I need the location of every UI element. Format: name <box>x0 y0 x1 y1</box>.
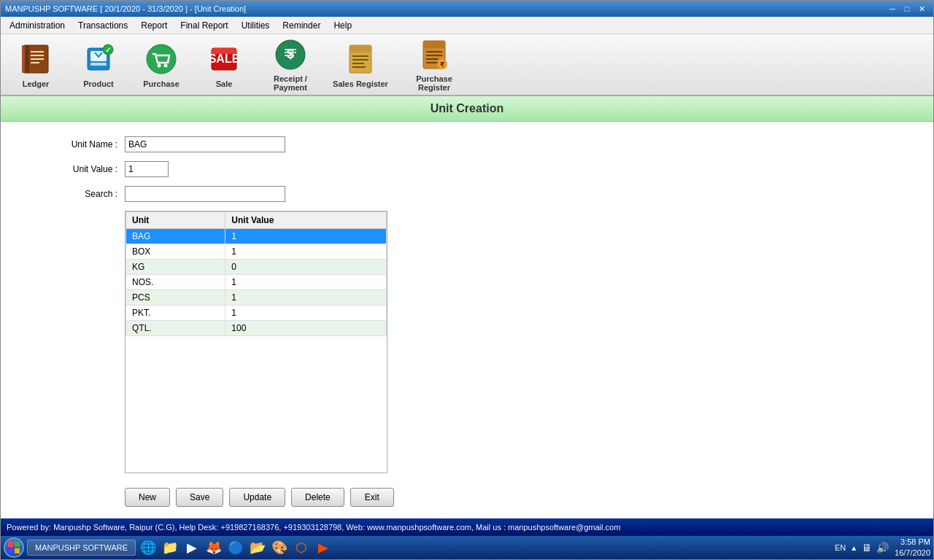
table-row[interactable]: BAG1 <box>126 229 387 244</box>
form-area: Unit Name : Unit Value : Search : Unit <box>1 122 933 518</box>
page-title: Unit Creation <box>431 102 503 114</box>
purchase-register-icon: ₹ <box>417 38 452 71</box>
taskbar-git-icon[interactable]: ⬡ <box>292 538 311 557</box>
taskbar-media-icon[interactable]: ▶ <box>182 538 201 557</box>
menu-reminder[interactable]: Reminder <box>277 18 326 33</box>
unit-value-row: Unit Value : <box>30 161 904 177</box>
unit-cell: PCS <box>126 290 225 306</box>
sales-register-label: Sales Register <box>333 79 388 88</box>
new-button[interactable]: New <box>125 488 170 507</box>
toolbar-purchase-button[interactable]: Purchase <box>132 37 190 92</box>
svg-rect-22 <box>352 55 368 57</box>
table-row[interactable]: BOX1 <box>126 244 387 260</box>
menu-transactions[interactable]: Transactions <box>72 18 134 33</box>
minimize-button[interactable]: ─ <box>886 3 899 15</box>
svg-rect-27 <box>423 41 445 48</box>
toolbar-sale-button[interactable]: SALE Sale <box>195 37 253 92</box>
taskbar-mp-icon[interactable]: ▶ <box>314 538 333 557</box>
unit-value-input[interactable] <box>125 161 169 177</box>
title-bar: MANPUSHP SOFTWARE [ 20/1/2020 - 31/3/202… <box>1 1 933 17</box>
unit-value-cell: 1 <box>225 244 387 260</box>
unit-cell: NOS. <box>126 275 225 290</box>
search-label: Search : <box>30 189 117 199</box>
maximize-button[interactable]: □ <box>900 3 914 15</box>
svg-rect-37 <box>15 548 20 553</box>
table-row[interactable]: QTL.100 <box>126 321 387 336</box>
taskbar-app-label: MANPUSHP SOFTWARE <box>35 543 128 552</box>
svg-rect-35 <box>15 542 20 547</box>
unit-cell: BAG <box>126 229 225 244</box>
product-label: Product <box>83 79 114 88</box>
taskbar-app-button[interactable]: MANPUSHP SOFTWARE <box>27 540 136 556</box>
taskbar-paint-icon[interactable]: 🎨 <box>270 538 289 557</box>
svg-rect-6 <box>22 45 25 73</box>
toolbar-ledger-button[interactable]: Ledger <box>7 37 65 92</box>
menu-report[interactable]: Report <box>135 18 173 33</box>
svg-rect-30 <box>426 58 438 60</box>
unit-name-input[interactable] <box>125 136 285 152</box>
update-button[interactable]: Update <box>229 488 285 507</box>
table-body: BAG1BOX1KG0NOS.1PCS1PKT.1QTL.100 <box>126 229 387 336</box>
menu-utilities[interactable]: Utilities <box>236 18 276 33</box>
svg-rect-5 <box>31 62 39 63</box>
toolbar-product-button[interactable]: ✓ Product <box>69 37 128 92</box>
svg-point-13 <box>158 63 161 67</box>
unit-value-cell: 1 <box>225 290 387 306</box>
unit-value-cell: 1 <box>225 229 387 244</box>
toolbar-sales-register-button[interactable]: Sales Register <box>328 37 393 92</box>
product-icon: ✓ <box>81 42 116 77</box>
system-tray: EN ▲ 🖥 🔊 <box>835 542 889 553</box>
sale-label: Sale <box>216 79 233 88</box>
toolbar-purchase-register-button[interactable]: ₹ Purchase Register <box>398 37 471 92</box>
menu-help[interactable]: Help <box>328 18 358 33</box>
clock: 3:58 PM 16/7/2020 <box>895 537 930 559</box>
unit-name-row: Unit Name : <box>30 136 904 152</box>
close-button[interactable]: ✕ <box>915 3 929 15</box>
delete-button[interactable]: Delete <box>291 488 344 507</box>
save-button[interactable]: Save <box>176 488 223 507</box>
menu-administration[interactable]: Administration <box>4 18 71 33</box>
unit-table: Unit Unit Value BAG1BOX1KG0NOS.1PCS1PKT.… <box>126 211 387 336</box>
toolbar-receipt-button[interactable]: $ Receipt / Payment <box>258 37 323 92</box>
exit-button[interactable]: Exit <box>350 488 394 507</box>
svg-rect-17 <box>212 48 236 54</box>
purchase-label: Purchase <box>143 79 180 88</box>
svg-rect-21 <box>350 45 371 52</box>
taskbar-chrome-icon[interactable]: 🔵 <box>226 538 245 557</box>
page-title-bar: Unit Creation <box>1 96 933 122</box>
svg-rect-4 <box>31 58 44 60</box>
svg-rect-28 <box>426 51 442 52</box>
svg-text:₹: ₹ <box>440 61 444 69</box>
svg-text:$: $ <box>287 47 294 61</box>
tray-monitor-icon: 🖥 <box>862 542 872 553</box>
purchase-icon <box>144 42 179 77</box>
menu-final-report[interactable]: Final Report <box>174 18 234 33</box>
unit-value-label: Unit Value : <box>30 164 117 174</box>
start-button[interactable] <box>4 537 24 558</box>
ledger-label: Ledger <box>23 79 50 88</box>
svg-text:SALE: SALE <box>209 52 240 65</box>
taskbar-ie-icon[interactable]: 🌐 <box>139 538 158 557</box>
tray-arrow-icon[interactable]: ▲ <box>850 544 857 552</box>
menu-bar: Administration Transactions Report Final… <box>1 17 933 34</box>
taskbar-firefox-icon[interactable]: 🦊 <box>204 538 223 557</box>
unit-cell: QTL. <box>126 321 225 336</box>
taskbar-files-icon[interactable]: 📂 <box>248 538 267 557</box>
sale-icon: SALE <box>207 42 242 77</box>
unit-cell: KG <box>126 260 225 275</box>
table-row[interactable]: KG0 <box>126 260 387 275</box>
table-row[interactable]: PKT.1 <box>126 306 387 321</box>
clock-time: 3:58 PM <box>895 537 930 548</box>
table-header-row: Unit Unit Value <box>126 212 387 229</box>
svg-point-12 <box>147 44 176 74</box>
status-bar: Powered by: Manpushp Software, Raipur (C… <box>1 518 933 536</box>
table-row[interactable]: PCS1 <box>126 290 387 306</box>
toolbar: Ledger ✓ Product <box>1 34 933 96</box>
svg-rect-36 <box>8 548 13 553</box>
table-row[interactable]: NOS.1 <box>126 275 387 290</box>
svg-rect-29 <box>426 55 442 56</box>
taskbar-explorer-icon[interactable]: 📁 <box>161 538 180 557</box>
svg-rect-23 <box>352 59 368 61</box>
unit-value-cell: 1 <box>225 275 387 290</box>
search-input[interactable] <box>125 186 285 202</box>
